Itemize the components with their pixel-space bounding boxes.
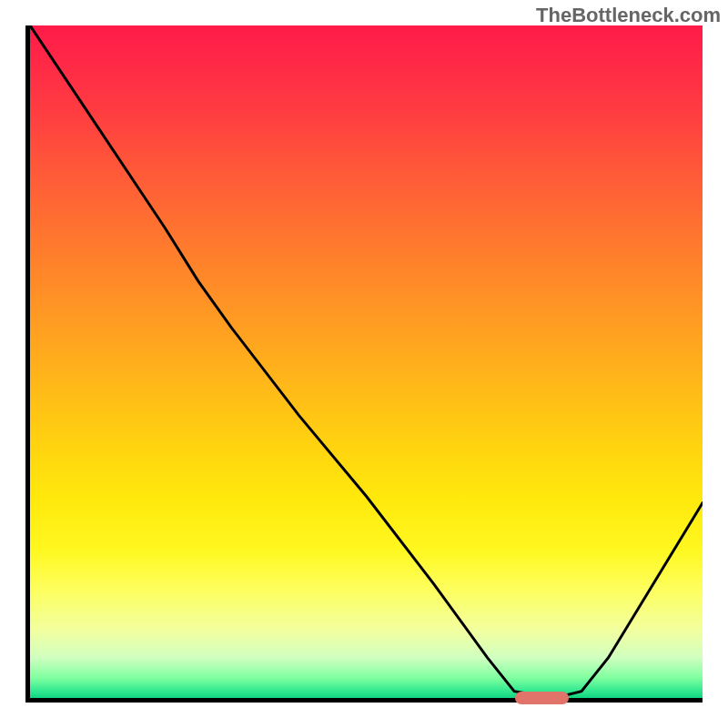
- bottleneck-curve: [30, 25, 703, 698]
- plot-area: [25, 25, 703, 703]
- valley-marker: [515, 692, 569, 704]
- chart-container: TheBottleneck.com: [0, 0, 728, 728]
- watermark-text: TheBottleneck.com: [536, 4, 721, 27]
- curve-svg: [30, 25, 703, 698]
